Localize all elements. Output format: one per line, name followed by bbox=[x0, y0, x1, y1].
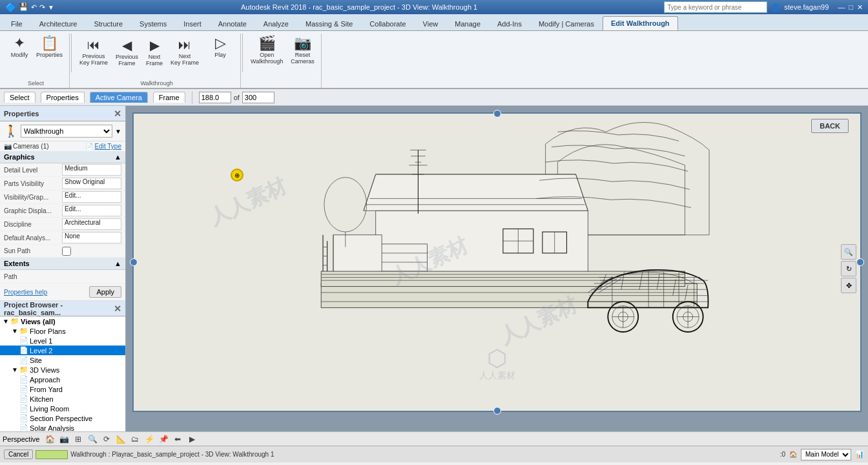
next-keyframe-button[interactable]: ⏭ NextKey Frame bbox=[168, 35, 202, 68]
model-select[interactable]: Main Model bbox=[801, 449, 851, 460]
tree-living-room[interactable]: 📄 Living Room bbox=[0, 404, 125, 413]
tab-architecture[interactable]: Architecture bbox=[31, 17, 86, 30]
tab-collaborate[interactable]: Collaborate bbox=[361, 17, 414, 30]
prev-keyframe-button[interactable]: ⏮ PreviousKey Frame bbox=[77, 35, 110, 68]
tab-massing[interactable]: Massing & Site bbox=[297, 17, 361, 30]
bt-lightning-btn[interactable]: ⚡ bbox=[143, 433, 156, 446]
viewport-handle-bottom[interactable] bbox=[493, 407, 501, 415]
discipline-value[interactable]: Architectural bbox=[62, 218, 121, 230]
view-type-label: Perspective bbox=[3, 435, 39, 443]
tab-file[interactable]: File bbox=[3, 17, 31, 30]
views-toggle-icon[interactable]: ▼ bbox=[1, 318, 10, 325]
tree-site[interactable]: 📄 Site bbox=[0, 355, 125, 365]
next-frame-button[interactable]: ▶ NextFrame bbox=[143, 35, 165, 69]
tree-views-all[interactable]: ▼ 📁 Views (all) bbox=[0, 316, 125, 326]
frame-total-input[interactable] bbox=[242, 92, 274, 103]
parts-visibility-value[interactable]: Show Original bbox=[62, 178, 121, 189]
tab-insert[interactable]: Insert bbox=[175, 17, 210, 30]
default-analysis-value[interactable]: None bbox=[62, 232, 121, 243]
bt-grid-btn[interactable]: ⊞ bbox=[72, 433, 85, 446]
tab-structure[interactable]: Structure bbox=[85, 17, 131, 30]
edit-type-btn[interactable]: Edit Type bbox=[94, 143, 121, 150]
tree-approach[interactable]: 📄 Approach bbox=[0, 375, 125, 384]
extents-collapse-icon[interactable]: ▲ bbox=[114, 260, 121, 267]
back-button[interactable]: BACK bbox=[811, 119, 849, 133]
tab-frame[interactable]: Frame bbox=[153, 92, 185, 103]
visibility-value[interactable]: Edit... bbox=[62, 191, 121, 203]
3d-views-toggle-icon[interactable]: ▼ bbox=[10, 366, 19, 373]
quick-access-redo[interactable]: ↷ bbox=[39, 3, 45, 12]
properties-icon: 📋 bbox=[41, 36, 58, 50]
cameras-label: Cameras (1) bbox=[13, 143, 49, 150]
vp-pan-btn[interactable]: ✥ bbox=[841, 278, 856, 293]
properties-close-btn[interactable]: ✕ bbox=[114, 108, 121, 119]
graphic-display-value[interactable]: Edit... bbox=[62, 205, 121, 216]
tab-select[interactable]: Select bbox=[4, 92, 36, 103]
bt-3d-btn[interactable]: ⟳ bbox=[100, 433, 113, 446]
tab-active-camera[interactable]: Active Camera bbox=[90, 92, 148, 103]
play-button[interactable]: ▷ Play bbox=[204, 35, 236, 59]
apply-button[interactable]: Apply bbox=[89, 286, 121, 298]
quick-access-undo[interactable]: ↶ bbox=[31, 3, 37, 12]
minimize-btn[interactable]: — bbox=[838, 3, 845, 11]
tab-analyze[interactable]: Analyze bbox=[255, 17, 297, 30]
status-bar: Cancel Walkthrough : Playrac_basic_sampl… bbox=[0, 446, 868, 462]
project-browser-close-btn[interactable]: ✕ bbox=[114, 304, 121, 314]
reset-cameras-button[interactable]: 📷 ResetCameras bbox=[288, 35, 317, 66]
quick-access-save[interactable]: 💾 bbox=[19, 3, 28, 12]
viewport-canvas[interactable]: .sketch { stroke: #222; fill: none; stro… bbox=[134, 114, 860, 411]
kitchen-label: Kitchen bbox=[30, 395, 54, 403]
prop-type-select[interactable]: Walkthrough bbox=[21, 125, 112, 138]
frame-value-input[interactable] bbox=[199, 92, 231, 103]
prev-frame-button[interactable]: ◀ PreviousFrame bbox=[113, 35, 141, 69]
maximize-btn[interactable]: □ bbox=[849, 3, 853, 11]
tree-section-perspective[interactable]: 📄 Section Perspective bbox=[0, 413, 125, 423]
bt-zoom-btn[interactable]: 🔍 bbox=[86, 433, 99, 446]
frame-control: of bbox=[199, 92, 274, 103]
tree-from-yard[interactable]: 📄 From Yard bbox=[0, 384, 125, 394]
tree-3d-views[interactable]: ▼ 📁 3D Views bbox=[0, 365, 125, 375]
cancel-button[interactable]: Cancel bbox=[4, 450, 33, 459]
tab-edit-walkthrough[interactable]: Edit Walkthrough bbox=[603, 16, 678, 30]
floor-plans-toggle-icon[interactable]: ▼ bbox=[10, 327, 19, 335]
vp-zoom-btn[interactable]: 🔍 bbox=[841, 244, 856, 260]
bt-measure-btn[interactable]: 📐 bbox=[114, 433, 127, 446]
tree-kitchen[interactable]: 📄 Kitchen bbox=[0, 394, 125, 404]
tab-annotate[interactable]: Annotate bbox=[210, 17, 255, 30]
quick-access-more[interactable]: ▼ bbox=[48, 4, 54, 11]
tab-properties[interactable]: Properties bbox=[41, 92, 85, 103]
vp-rotate-btn[interactable]: ↻ bbox=[841, 261, 856, 276]
properties-button[interactable]: 📋 Properties bbox=[34, 35, 65, 59]
3d-views-folder-icon: 📁 bbox=[19, 366, 28, 374]
tree-solar-analysis[interactable]: 📄 Solar Analysis bbox=[0, 423, 125, 431]
bt-prev-btn[interactable]: ⬅ bbox=[171, 433, 184, 446]
viewport-handle-top[interactable] bbox=[493, 110, 501, 118]
bt-camera-btn[interactable]: 📷 bbox=[57, 433, 70, 446]
bt-next-btn[interactable]: ▶ bbox=[185, 433, 198, 446]
tree-level-1[interactable]: 📄 Level 1 bbox=[0, 336, 125, 346]
close-btn[interactable]: ✕ bbox=[857, 3, 863, 12]
properties-panel-header: Properties ✕ bbox=[0, 106, 125, 121]
sun-path-checkbox[interactable] bbox=[62, 247, 71, 256]
sun-path-row: Sun Path bbox=[0, 245, 125, 258]
prev-frame-icon: ◀ bbox=[122, 37, 132, 53]
tree-level-2[interactable]: 📄 Level 2 bbox=[0, 346, 125, 355]
tab-addins[interactable]: Add-Ins bbox=[489, 17, 530, 30]
bt-home-btn[interactable]: 🏠 bbox=[43, 433, 56, 446]
bt-pin-btn[interactable]: 📌 bbox=[157, 433, 170, 446]
modify-button[interactable]: ✦ Modify bbox=[6, 35, 32, 59]
tab-view[interactable]: View bbox=[415, 17, 447, 30]
detail-level-value[interactable]: Medium bbox=[62, 164, 121, 176]
graphics-collapse-icon[interactable]: ▲ bbox=[114, 153, 121, 161]
viewport-handle-left[interactable] bbox=[130, 258, 138, 266]
open-walkthrough-button[interactable]: 🎬 OpenWalkthrough bbox=[248, 35, 285, 66]
tree-floor-plans[interactable]: ▼ 📁 Floor Plans bbox=[0, 326, 125, 336]
properties-help-link[interactable]: Properties help bbox=[4, 289, 47, 296]
viewport-handle-right[interactable] bbox=[856, 258, 864, 266]
tab-modify-cameras[interactable]: Modify | Cameras bbox=[530, 17, 603, 30]
bt-layers-btn[interactable]: 🗂 bbox=[129, 433, 141, 446]
tab-systems[interactable]: Systems bbox=[131, 17, 175, 30]
sun-path-label: Sun Path bbox=[4, 247, 62, 254]
tab-manage[interactable]: Manage bbox=[446, 17, 489, 30]
search-input[interactable] bbox=[664, 1, 767, 13]
